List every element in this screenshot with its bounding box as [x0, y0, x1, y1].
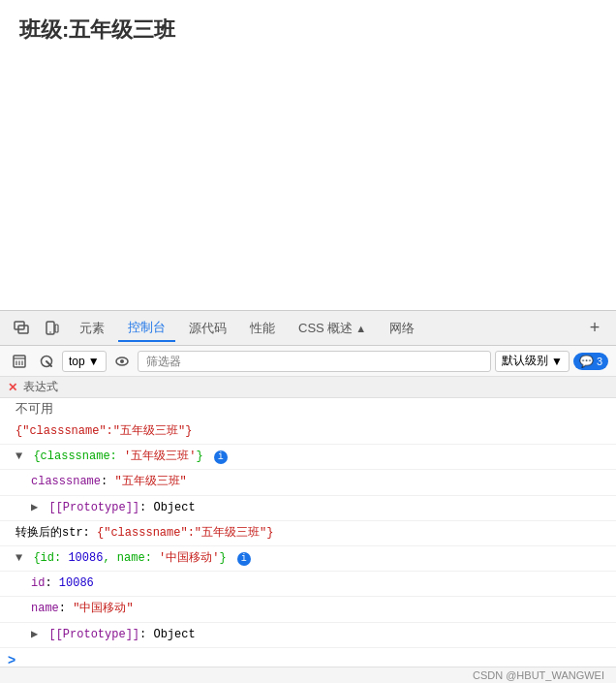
tab-network[interactable]: 网络: [380, 315, 424, 342]
tab-performance[interactable]: 性能: [240, 315, 285, 342]
device-toolbar-icon[interactable]: [39, 315, 66, 342]
eye-icon-button[interactable]: [110, 350, 134, 373]
console-prompt: >: [0, 648, 616, 667]
console-entry-4-prop-id: id: 10086: [0, 572, 616, 597]
console-output: ✕ 表达式 不可用 {"classsname":"五年级三班"} ▼ {clas…: [0, 377, 616, 667]
filter-icon-button[interactable]: [35, 350, 58, 373]
expression-section-header: ✕ 表达式: [0, 377, 616, 398]
context-selector[interactable]: top ▼: [62, 351, 107, 372]
devtools-panel: 元素 控制台 源代码 性能 CSS 概述 ▲ 网络 +: [0, 310, 616, 683]
add-tab-button[interactable]: +: [581, 315, 608, 342]
console-toolbar: top ▼ 默认级别 ▼ 💬 3: [0, 346, 616, 377]
page-title: 班级:五年级三班: [19, 16, 175, 45]
tab-elements[interactable]: 元素: [70, 315, 114, 342]
devtools-footer: CSDN @HBUT_WANGWEI: [0, 667, 616, 683]
console-entry-4: ▼ {id: 10086, name: '中国移动'} i: [0, 546, 616, 572]
svg-point-4: [49, 331, 51, 333]
expand-arrow-2[interactable]: ▼: [15, 551, 22, 565]
console-entry-2: ▼ {classsname: '五年级三班'} i: [0, 445, 616, 470]
filter-input[interactable]: [138, 351, 491, 372]
console-entry-4-prop-name: name: "中国移动": [0, 597, 616, 622]
page-content: 班级:五年级三班: [0, 0, 616, 310]
prompt-arrow: >: [8, 652, 15, 667]
log-level-selector[interactable]: 默认级别 ▼: [495, 351, 570, 372]
tab-css[interactable]: CSS 概述 ▲: [289, 315, 376, 342]
expand-arrow-proto-1[interactable]: ▶: [31, 501, 38, 514]
devtools-tabbar: 元素 控制台 源代码 性能 CSS 概述 ▲ 网络 +: [0, 311, 616, 346]
svg-point-13: [120, 359, 124, 363]
close-expression-button[interactable]: ✕: [8, 381, 17, 394]
clear-console-button[interactable]: [8, 350, 31, 373]
console-entry-2-prop-proto: ▶ [[Prototype]]: Object: [0, 496, 616, 521]
expand-arrow-proto-2[interactable]: ▶: [31, 628, 38, 641]
info-icon-2[interactable]: i: [237, 552, 251, 566]
tab-source[interactable]: 源代码: [179, 315, 236, 342]
message-count-badge: 💬 3: [573, 353, 608, 370]
console-entry-1: {"classsname":"五年级三班"}: [0, 419, 616, 445]
console-entry-2-prop-classsname: classsname: "五年级三班": [0, 470, 616, 495]
console-entry-3: 转换后的str: {"classsname":"五年级三班"}: [0, 521, 616, 546]
svg-rect-3: [55, 325, 58, 332]
unavailable-text: 不可用: [0, 398, 616, 419]
console-entry-4-prop-proto: ▶ [[Prototype]]: Object: [0, 623, 616, 648]
tab-console[interactable]: 控制台: [118, 315, 175, 342]
inspect-element-icon[interactable]: [8, 315, 35, 342]
info-icon-1[interactable]: i: [214, 450, 228, 464]
expand-arrow-1[interactable]: ▼: [15, 450, 22, 463]
